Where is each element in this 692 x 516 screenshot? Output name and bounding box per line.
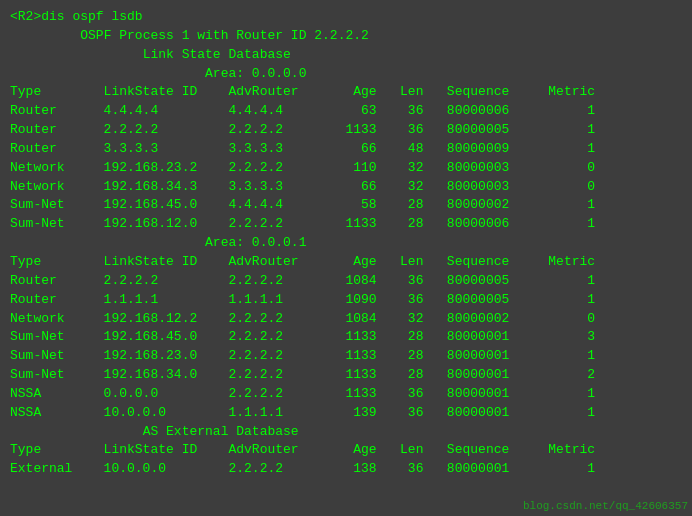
terminal-line: Network 192.168.23.2 2.2.2.2 110 32 8000…	[10, 159, 682, 178]
terminal-line: Type LinkState ID AdvRouter Age Len Sequ…	[10, 253, 682, 272]
watermark: blog.csdn.net/qq_42606357	[523, 500, 688, 512]
terminal-line: Router 1.1.1.1 1.1.1.1 1090 36 80000005 …	[10, 291, 682, 310]
terminal-line: Router 4.4.4.4 4.4.4.4 63 36 80000006 1	[10, 102, 682, 121]
terminal-line: Router 2.2.2.2 2.2.2.2 1133 36 80000005 …	[10, 121, 682, 140]
terminal-line: NSSA 10.0.0.0 1.1.1.1 139 36 80000001 1	[10, 404, 682, 423]
terminal-line: Sum-Net 192.168.34.0 2.2.2.2 1133 28 800…	[10, 366, 682, 385]
terminal-window: <R2>dis ospf lsdb OSPF Process 1 with Ro…	[0, 0, 692, 516]
terminal-line: Network 192.168.12.2 2.2.2.2 1084 32 800…	[10, 310, 682, 329]
terminal-line: Type LinkState ID AdvRouter Age Len Sequ…	[10, 83, 682, 102]
terminal-line: NSSA 0.0.0.0 2.2.2.2 1133 36 80000001 1	[10, 385, 682, 404]
terminal-line: Network 192.168.34.3 3.3.3.3 66 32 80000…	[10, 178, 682, 197]
terminal-line: OSPF Process 1 with Router ID 2.2.2.2	[10, 27, 682, 46]
terminal-line: Sum-Net 192.168.45.0 2.2.2.2 1133 28 800…	[10, 328, 682, 347]
terminal-line: AS External Database	[10, 423, 682, 442]
terminal-line: Area: 0.0.0.1	[10, 234, 682, 253]
terminal-line: Router 2.2.2.2 2.2.2.2 1084 36 80000005 …	[10, 272, 682, 291]
terminal-line: Link State Database	[10, 46, 682, 65]
terminal-line: Sum-Net 192.168.45.0 4.4.4.4 58 28 80000…	[10, 196, 682, 215]
terminal-line: External 10.0.0.0 2.2.2.2 138 36 8000000…	[10, 460, 682, 479]
terminal-line: <R2>dis ospf lsdb	[10, 8, 682, 27]
terminal-line: Router 3.3.3.3 3.3.3.3 66 48 80000009 1	[10, 140, 682, 159]
terminal-line: Type LinkState ID AdvRouter Age Len Sequ…	[10, 441, 682, 460]
terminal-line: Area: 0.0.0.0	[10, 65, 682, 84]
terminal-line: Sum-Net 192.168.23.0 2.2.2.2 1133 28 800…	[10, 347, 682, 366]
terminal-line: Sum-Net 192.168.12.0 2.2.2.2 1133 28 800…	[10, 215, 682, 234]
